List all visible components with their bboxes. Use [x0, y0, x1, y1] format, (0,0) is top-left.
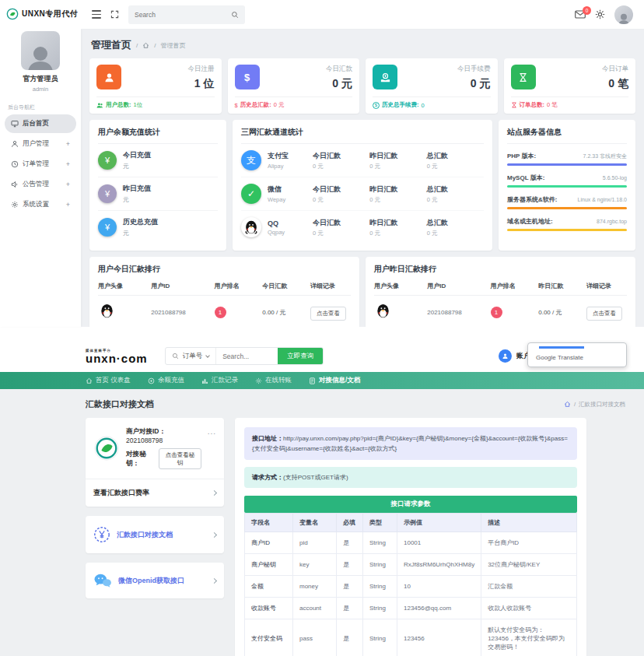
- api-params-table: 字段名 变量名 必填 类型 示例值 描述 商户IDpid是String10001…: [244, 513, 577, 656]
- expand-icon[interactable]: +: [66, 160, 70, 168]
- cell: 123456: [397, 619, 481, 656]
- nav-item-home[interactable]: 首页 仪表盘: [86, 376, 131, 385]
- expand-icon[interactable]: +: [66, 140, 70, 148]
- site-logo[interactable]: 媒体查账平台 unxn·com: [86, 349, 148, 364]
- topbar-avatar[interactable]: [614, 5, 633, 24]
- col-header: 用户ID: [151, 282, 214, 290]
- dollar-icon: $: [235, 65, 260, 89]
- chevron-right-icon: [212, 577, 217, 583]
- brand-name: UNXN专用代付: [22, 9, 78, 19]
- table-row: 支付安全码pass是String123456默认支付安全码为：123456，本支…: [245, 619, 577, 656]
- user-avatar-icon: [499, 349, 512, 363]
- recharge-label: 昨日充值: [123, 184, 151, 194]
- cell: 收款账号: [245, 598, 293, 619]
- rank-table-header: 用户头像 用户ID 用户排名 昨日汇款 详细记录: [374, 282, 627, 296]
- merchant-logo-icon: [93, 435, 120, 461]
- site-header: 媒体查账平台 unxn·com 订单号 立即查询 账户余额 Google Tra…: [0, 340, 644, 372]
- channel-value: 0 元: [313, 196, 369, 204]
- server-row-mysql: MySQL 版本:5.6.50-log: [507, 174, 627, 188]
- panel-title: 用户今日汇款排行: [98, 264, 351, 275]
- sidebar-item-announcements[interactable]: 公告管理 +: [5, 175, 76, 194]
- sidebar-item-home[interactable]: 后台首页: [5, 114, 76, 133]
- search-icon[interactable]: [231, 11, 239, 19]
- merchant-id-value: 2021088798: [126, 437, 163, 444]
- cell: 平台商户ID: [481, 532, 577, 554]
- channel-col-label: 昨日汇款: [369, 151, 426, 161]
- admin-brand[interactable]: UNXN专用代付: [5, 6, 76, 28]
- nav-label: 对接信息/文档: [319, 376, 360, 385]
- stat-cards: 今日注册 1 位 用户总数: 1位 $ 今日汇款 0: [89, 58, 635, 114]
- sidebar-item-label: 公告管理: [23, 180, 49, 189]
- home-icon[interactable]: [564, 401, 571, 408]
- brand-logo-icon: [6, 8, 19, 20]
- clock-icon: [11, 160, 19, 168]
- nav-item-docs[interactable]: 对接信息/文档: [309, 376, 360, 385]
- view-details-button[interactable]: 点击查看: [310, 307, 346, 321]
- cell: 是: [337, 619, 363, 656]
- channel-sub: Qqpay: [268, 229, 313, 236]
- admin-search-input[interactable]: [135, 11, 226, 19]
- fullscreen-icon[interactable]: [110, 10, 119, 19]
- stat-footer-value: 0 笔: [547, 101, 558, 109]
- breadcrumb-separator: /: [136, 42, 138, 49]
- breadcrumb-separator: /: [574, 401, 576, 408]
- panel-title: 用户昨日汇款排行: [374, 264, 627, 275]
- openid-link-card[interactable]: 微信Openid获取接口: [86, 563, 224, 598]
- sidebar-item-settings[interactable]: 系统设置 +: [5, 195, 76, 214]
- site-search-input[interactable]: [215, 348, 278, 364]
- nav-item-records[interactable]: 汇款记录: [201, 376, 238, 385]
- expand-icon[interactable]: +: [66, 181, 70, 188]
- cell: pid: [293, 532, 337, 554]
- settings-gear-icon[interactable]: [595, 9, 605, 19]
- server-row-domain: 域名或主机地址:874.rgbc.top: [507, 217, 627, 231]
- table-row: 2021088798 1 0.00 / 元 点击查看: [98, 296, 351, 323]
- sidebar-item-orders[interactable]: 订单管理 +: [5, 155, 76, 174]
- table-row: 商户秘钥key是StringRxJf8sRM6UrhQhXHM8y32位商户秘钥…: [245, 554, 577, 576]
- home-icon[interactable]: [142, 42, 149, 49]
- merchant-id-label: 商户对接ID：: [126, 427, 166, 435]
- channel-value: 0 元: [427, 230, 484, 237]
- doc-link-label: 汇款接口对接文档: [117, 530, 206, 540]
- rank-badge: 1: [215, 307, 226, 318]
- mail-icon[interactable]: 0: [575, 10, 586, 19]
- search-submit-button[interactable]: 立即查询: [278, 347, 323, 365]
- channel-col-label: 今日汇款: [313, 184, 369, 195]
- merchant-key-label: 对接秘钥：: [126, 450, 156, 468]
- google-translate-popup[interactable]: Google Translate: [527, 342, 627, 367]
- stat-value: 0 元: [326, 77, 352, 91]
- wechat-icon: ✓: [241, 184, 261, 204]
- hamburger-menu-icon[interactable]: [92, 10, 101, 18]
- rate-link-label: 查看汇款接口费率: [93, 488, 149, 498]
- nav-item-recharge[interactable]: 余额充值: [148, 376, 184, 385]
- server-bar: [507, 163, 627, 166]
- view-details-button[interactable]: 点击查看: [586, 307, 622, 321]
- cell: 10001: [397, 532, 481, 554]
- doc-content: 汇款接口对接文档 / 汇款接口对接文档 商户对接I: [0, 389, 644, 656]
- table-header-row: 字段名 变量名 必填 类型 示例值 描述: [245, 514, 577, 532]
- stat-title: 今日注册: [188, 65, 215, 74]
- view-key-button[interactable]: 点击查看秘钥: [159, 448, 201, 469]
- more-button[interactable]: ...: [208, 427, 216, 436]
- expand-icon[interactable]: +: [66, 201, 70, 209]
- stat-footer-label: 历史总汇款:: [240, 101, 271, 109]
- api-params-title: 接口请求参数: [244, 496, 577, 513]
- col-header: 描述: [481, 514, 577, 532]
- admin-avatar[interactable]: [21, 31, 60, 70]
- rank-tables: 用户今日汇款排行 用户头像 用户ID 用户排名 今日汇款 详细记录 202108…: [89, 257, 635, 327]
- breadcrumb-current: 管理首页: [160, 41, 185, 50]
- rate-link[interactable]: 查看汇款接口费率: [86, 479, 224, 507]
- api-url-box: 接口地址：http://pay.unxn.com/pay.php?pid={商户…: [244, 427, 577, 460]
- table-row: 商户IDpid是String10001平台商户ID: [245, 532, 577, 554]
- nav-item-transfer[interactable]: 在线转账: [255, 376, 292, 385]
- search-category-select[interactable]: 订单号: [166, 352, 216, 361]
- col-header: 变量名: [293, 514, 337, 532]
- qq-avatar: [374, 302, 427, 323]
- site-nav: 首页 仪表盘 余额充值 汇款记录 在线转账 对接信息/文档: [0, 372, 644, 389]
- stat-title: 今日订单: [602, 65, 628, 74]
- doc-link-card[interactable]: 汇款接口对接文档: [86, 516, 224, 553]
- cell: String: [363, 598, 397, 619]
- col-header: 示例值: [397, 514, 481, 532]
- sidebar-item-users[interactable]: 用户管理 +: [5, 135, 76, 153]
- qq-avatar: [98, 302, 151, 323]
- server-label: PHP 版本:: [507, 152, 536, 160]
